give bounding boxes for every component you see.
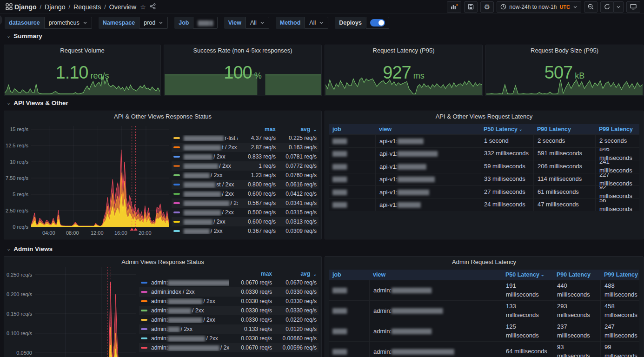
chart-plot[interactable] — [31, 126, 169, 231]
share-icon[interactable] — [150, 3, 156, 10]
legend-row[interactable]: █████████████ / 2xx0.500 req/s0.0315 req… — [172, 208, 319, 217]
column-header-p50-latency[interactable]: P50 Latency⌄ — [502, 271, 553, 278]
chart-plot[interactable] — [35, 267, 136, 357]
legend-sort-max[interactable]: max — [229, 271, 272, 277]
zoom-out-time-button[interactable] — [584, 1, 598, 13]
latency-value: 24 milliseconds — [484, 200, 525, 209]
refresh-interval-dropdown[interactable] — [614, 1, 624, 13]
legend-swatch — [173, 174, 180, 176]
legend-row[interactable]: █████████ / 2xx0.367 req/s0.0309 req/s — [172, 226, 319, 236]
latency-value: 227 milliseconds — [599, 173, 636, 186]
add-panel-button[interactable] — [447, 1, 461, 13]
legend-avg-value: 0.0330 req/s — [272, 289, 317, 295]
panel-title: API & Other Views Response Status — [4, 113, 321, 120]
filter-view-value[interactable]: All — [246, 17, 269, 29]
breadcrumb-item-requests[interactable]: Requests — [73, 3, 101, 11]
legend-row[interactable]: █████████████ / 2xx0.600 req/s0.0412 req… — [172, 189, 319, 198]
cell-job: █████ — [329, 135, 375, 147]
favorite-star-icon[interactable]: ☆ — [140, 4, 146, 10]
table-row[interactable]: █████api-v1:██████████████332 millisecon… — [329, 147, 639, 160]
time-range-picker[interactable]: now-24h to now-1h UTC — [497, 1, 581, 13]
legend-swatch — [141, 337, 147, 339]
table-row[interactable]: █████admin:██████████████████████64 mill… — [329, 341, 639, 357]
filter-method-value[interactable]: All — [305, 17, 328, 29]
column-header-p90-latency[interactable]: P90 Latency — [553, 271, 600, 278]
legend-row[interactable]: ████████████████ / 2xx0.567 req/s0.0341 … — [172, 198, 319, 208]
legend-row[interactable]: admin:██████████████████ / 2xx0.0670 req… — [139, 343, 319, 352]
legend-name-visible: admin: — [151, 344, 168, 351]
cell-p90-latency: 93 milliseconds — [553, 342, 600, 357]
job-value-redacted: █████ — [332, 164, 346, 169]
column-header-p99-latency[interactable]: P99 Latency — [600, 271, 639, 278]
legend-row[interactable]: admin:index / 2xx0.0330 req/s0.0330 req/… — [139, 287, 319, 297]
legend-avg-value: 0.0341 req/s — [276, 200, 317, 206]
breadcrumb-item-django[interactable]: Django — [45, 3, 65, 11]
sidebar-peek-handle[interactable] — [0, 15, 2, 25]
legend-series-label: admin:█████████████ / 2xx — [141, 335, 229, 342]
legend-series-name: █████████ / 2xx — [184, 172, 222, 178]
kiosk-mode-button[interactable] — [626, 1, 640, 13]
filter-namespace-current: prod — [144, 20, 155, 26]
latency-value: 59 milliseconds — [484, 162, 525, 171]
legend-row[interactable]: admin:██████████████████████████ / 2xx0.… — [139, 278, 319, 287]
deploys-toggle[interactable] — [370, 19, 385, 26]
section-api-views[interactable]: ⌄ API Views & Other — [7, 99, 68, 106]
table-row[interactable]: █████api-v1:█████████1 second2 seconds2 … — [329, 134, 639, 147]
table-row[interactable]: █████admin:██████████████████133millisec… — [329, 300, 639, 321]
api-response-status-svg — [31, 126, 169, 231]
legend-row[interactable]: ████████████ / 2xx1 req/s0.0772 req/s — [172, 161, 319, 171]
legend-max-value: 0.0330 req/s — [229, 298, 272, 304]
column-header-p50-latency[interactable]: P50 Latency⌄ — [480, 126, 533, 132]
table-row[interactable]: █████api-v1:████████24 milliseconds47 mi… — [329, 198, 639, 212]
stat-panel-request-body-size: Request Body Size (P95)507kB — [485, 45, 644, 96]
column-header-p90-latency[interactable]: P90 Latency — [533, 126, 595, 132]
refresh-button[interactable] — [600, 1, 614, 13]
dashboards-grid-icon[interactable] — [6, 3, 13, 10]
filter-datasource-value[interactable]: prometheus — [44, 17, 92, 29]
legend-avg-value: 0.0772 req/s — [276, 163, 317, 169]
cell-job: █████ — [329, 342, 369, 357]
legend-row[interactable]: █████████ / 2xx1.23 req/s0.0760 req/s — [172, 171, 319, 180]
dashboard-settings-button[interactable]: ⚙ — [480, 1, 494, 13]
section-summary[interactable]: ⌄ Summary — [7, 33, 42, 40]
view-prefix: api-v1: — [379, 176, 398, 183]
table-row[interactable]: █████admin:██████████████191milliseconds… — [329, 280, 639, 300]
legend-row[interactable]: admin:████ / 2xx0.133 req/s0.0120 req/s — [139, 324, 319, 334]
chart-legend: maxavg ⌄admin:██████████████████████████… — [139, 270, 319, 352]
column-header-view[interactable]: view — [369, 271, 502, 278]
cell-p99-latency: 241 milliseconds — [595, 160, 639, 173]
section-admin-views[interactable]: ⌄ Admin Views — [7, 245, 53, 252]
legend-row[interactable]: admin:████████████ / 2xx0.0330 req/s0.02… — [139, 315, 319, 324]
legend-sort-avg[interactable]: avg ⌄ — [272, 271, 317, 277]
legend-row[interactable]: admin:████████ / 2xx0.0330 req/s0.0330 r… — [139, 306, 319, 315]
column-header-p99-latency[interactable]: P99 Latency — [595, 126, 639, 132]
legend-row[interactable]: █████████████ t / 2xx2.87 req/s0.163 req… — [172, 143, 319, 152]
save-dashboard-button[interactable] — [464, 1, 478, 13]
legend-name-suffix: st / 2xx — [215, 181, 234, 188]
legend-row[interactable]: admin:████████████ / 2xx0.0330 req/s0.03… — [139, 297, 319, 306]
column-header-view[interactable]: view — [375, 126, 480, 132]
table-row[interactable]: █████api-v1:██████████59 milliseconds206… — [329, 160, 639, 173]
legend-max-value: 0.600 req/s — [238, 191, 276, 197]
legend-row[interactable]: ██████████████ r-list / 2xx4.37 req/s0.2… — [172, 133, 319, 143]
breadcrumb-item-django-app[interactable]: Django — [14, 3, 36, 11]
legend-sort-max[interactable]: max — [238, 126, 276, 132]
legend-row[interactable]: ██████████ / 2xx0.600 req/s0.0313 req/s — [172, 217, 319, 226]
filter-job-value[interactable]: ████ █ — [193, 17, 217, 29]
latency-value: 2 seconds — [599, 137, 627, 145]
table-row[interactable]: █████api-v1:███████████27 milliseconds61… — [329, 185, 639, 198]
latency-value: 99 milliseconds — [604, 343, 637, 357]
column-header-job[interactable]: job — [329, 126, 375, 132]
table-row[interactable]: █████api-v1:█████████████33 milliseconds… — [329, 173, 639, 186]
legend-sort-avg[interactable]: avg ⌄ — [276, 126, 317, 132]
legend-name-suffix: / 2xx — [181, 289, 195, 295]
filter-namespace-value[interactable]: prod — [139, 17, 168, 29]
legend-swatch — [173, 212, 180, 213]
column-header-job[interactable]: job — [329, 271, 369, 278]
legend-row[interactable]: admin:█████████████ / 2xx0.0330 req/s0.0… — [139, 334, 319, 343]
table-row[interactable]: █████admin:██████████████125milliseconds… — [329, 321, 639, 341]
legend-row[interactable]: ██████████ / 2xx0.833 req/s0.0781 req/s — [172, 152, 319, 161]
legend-row[interactable]: ███████████ st / 2xx0.800 req/s0.0616 re… — [172, 180, 319, 189]
legend-avg-value: 0.00596 req/s — [272, 344, 317, 351]
breadcrumb-item-overview[interactable]: Overview — [109, 3, 136, 11]
